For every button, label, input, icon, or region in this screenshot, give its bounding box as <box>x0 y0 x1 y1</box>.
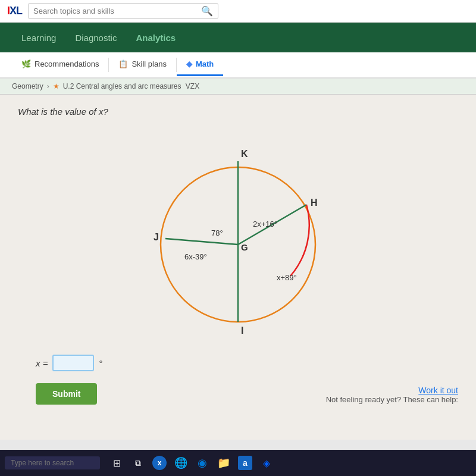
subnav-math-label: Math <box>196 60 214 68</box>
taskbar-edge-icon[interactable]: ◉ <box>195 456 209 470</box>
label-h: H <box>311 198 318 208</box>
breadcrumb-skill-code: VZX <box>186 82 199 90</box>
nav-diagnostic[interactable]: Diagnostic <box>65 24 126 51</box>
degree-symbol: ° <box>99 358 102 368</box>
arc-label-78: 78° <box>211 228 223 237</box>
search-input[interactable] <box>33 7 201 15</box>
work-section: Work it out Not feeling ready yet? These… <box>326 386 458 404</box>
taskbar-chrome-icon[interactable]: 🌐 <box>174 456 188 470</box>
recommendations-icon: 🌿 <box>21 60 31 68</box>
skill-plans-icon: 📋 <box>118 60 128 68</box>
main-content: What is the value of x? K H J I <box>0 95 476 440</box>
arc-label-x89: x+89° <box>277 273 297 282</box>
taskbar-icons: ⊞ ⧉ x 🌐 ◉ 📁 a ◈ <box>109 456 274 470</box>
breadcrumb-geometry[interactable]: Geometry <box>12 82 43 90</box>
arc-label-2x16: 2x+16° <box>253 220 277 228</box>
breadcrumb-skill[interactable]: U.2 Central angles and arc measures VZX <box>63 82 199 90</box>
question-text: What is the value of x? <box>18 107 458 117</box>
taskbar: ⊞ ⧉ x 🌐 ◉ 📁 a ◈ <box>0 450 476 476</box>
answer-input[interactable] <box>52 355 94 371</box>
taskbar-search-input[interactable] <box>5 456 100 469</box>
svg-line-2 <box>165 239 238 245</box>
search-bar[interactable]: 🔍 <box>28 3 218 19</box>
label-k: K <box>241 149 248 159</box>
submit-button[interactable]: Submit <box>36 383 97 405</box>
subnav-math[interactable]: ◆ Math <box>177 54 223 76</box>
nav-learning[interactable]: Learning <box>12 24 65 51</box>
breadcrumb: Geometry › ★ U.2 Central angles and arc … <box>0 79 476 95</box>
subnav-recommendations[interactable]: 🌿 Recommendations <box>12 54 108 76</box>
subnav-skill-plans-label: Skill plans <box>131 60 167 68</box>
logo-i: I <box>7 5 10 17</box>
top-bar: IXL 🔍 <box>0 0 476 23</box>
taskbar-dropbox-icon[interactable]: ◈ <box>259 456 274 470</box>
nav-bar: Learning Diagnostic Analytics <box>0 23 476 52</box>
taskbar-a-icon[interactable]: a <box>238 456 252 470</box>
breadcrumb-chevron: › <box>47 82 49 90</box>
answer-row: x = ° <box>36 355 458 371</box>
taskbar-x-icon[interactable]: x <box>152 456 167 470</box>
taskbar-files-icon[interactable]: 📁 <box>217 456 231 470</box>
circle-diagram: K H J I G 2x+16° 78° 6x-39° x+89° <box>131 129 345 343</box>
breadcrumb-star: ★ <box>53 82 60 90</box>
taskbar-task-icon[interactable]: ⧉ <box>131 456 145 470</box>
subnav-recommendations-label: Recommendations <box>35 60 99 68</box>
answer-label: x = <box>36 358 48 368</box>
diagram-container: K H J I G 2x+16° 78° 6x-39° x+89° <box>18 129 458 343</box>
math-icon: ◆ <box>186 60 192 68</box>
work-it-out-link[interactable]: Work it out <box>326 386 458 395</box>
subnav-skill-plans[interactable]: 📋 Skill plans <box>109 54 176 76</box>
search-icon: 🔍 <box>201 5 213 17</box>
not-ready-text: Not feeling ready yet? These can help: <box>326 395 458 404</box>
nav-analytics[interactable]: Analytics <box>126 24 185 51</box>
taskbar-windows-icon[interactable]: ⊞ <box>109 456 124 470</box>
arc-label-6x39: 6x-39° <box>184 252 207 261</box>
label-j: J <box>154 232 159 242</box>
ixl-logo: IXL <box>7 5 22 17</box>
label-i: I <box>241 325 243 336</box>
label-g: G <box>241 242 248 252</box>
sub-nav: 🌿 Recommendations 📋 Skill plans ◆ Math <box>0 52 476 79</box>
